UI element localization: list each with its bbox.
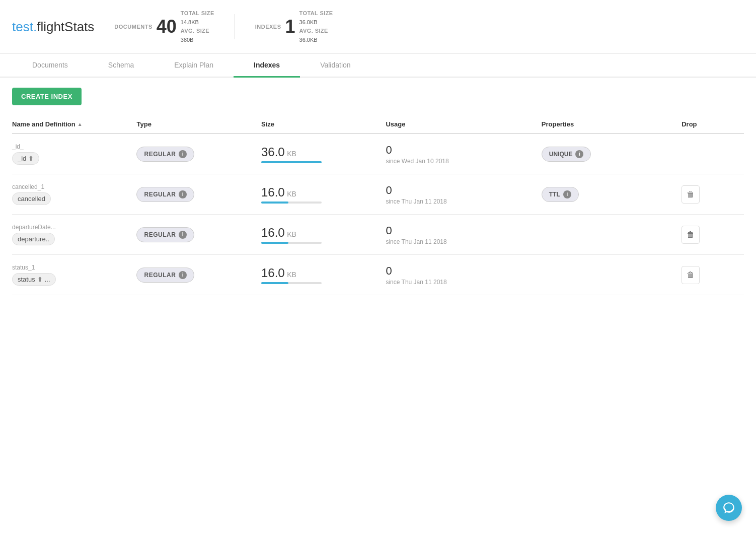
index-type-cell: REGULAR i: [136, 255, 261, 295]
usage-count: 0: [386, 144, 533, 157]
tab-bar: Documents Schema Explain Plan Indexes Va…: [0, 54, 756, 78]
size-progress-bar: [261, 242, 322, 244]
drop-index-button[interactable]: 🗑: [682, 266, 700, 284]
indexes-count: 1: [285, 16, 295, 37]
col-size: Size: [261, 115, 386, 133]
usage-count: 0: [386, 184, 533, 197]
index-usage-cell: 0 since Wed Jan 10 2018: [386, 133, 541, 174]
index-drop-cell: 🗑: [682, 174, 744, 215]
create-index-button[interactable]: CREATE INDEX: [12, 88, 82, 105]
index-name-label: status_1: [12, 264, 128, 271]
index-name-label: _id_: [12, 143, 128, 150]
table-row: status_1 status ⬆... REGULAR i 16.0 KB 0…: [12, 255, 744, 295]
documents-sub-stats: TOTAL SIZE 14.8KB AVG. SIZE 380B: [181, 9, 214, 44]
indexes-table: Name and Definition ▲ Type Size Usage Pr…: [12, 115, 744, 295]
col-name: Name and Definition ▲: [12, 115, 136, 133]
index-usage-cell: 0 since Thu Jan 11 2018: [386, 215, 541, 255]
index-size-cell: 16.0 KB: [261, 174, 386, 215]
col-properties: Properties: [542, 115, 682, 133]
index-size-cell: 16.0 KB: [261, 255, 386, 295]
index-name-label: departureDate...: [12, 224, 128, 231]
documents-stat: DOCUMENTS 40 TOTAL SIZE 14.8KB AVG. SIZE…: [114, 9, 214, 44]
index-name-badge: cancelled: [12, 192, 51, 205]
type-info-icon[interactable]: i: [179, 150, 187, 158]
header: test.flightStats DOCUMENTS 40 TOTAL SIZE…: [0, 0, 756, 54]
index-properties-cell: UNIQUE i: [542, 133, 682, 174]
index-size-cell: 36.0 KB: [261, 133, 386, 174]
index-name-cell: departureDate... departure..: [12, 215, 136, 255]
index-drop-cell: [682, 133, 744, 174]
index-properties-cell: [542, 255, 682, 295]
drop-index-button[interactable]: 🗑: [682, 185, 700, 204]
index-name-cell: status_1 status ⬆...: [12, 255, 136, 295]
size-value: 16.0 KB: [261, 226, 377, 240]
tab-indexes[interactable]: Indexes: [234, 54, 300, 78]
documents-label: DOCUMENTS: [114, 24, 152, 30]
type-badge: REGULAR i: [136, 147, 194, 162]
main-content: CREATE INDEX Name and Definition ▲ Type …: [0, 78, 756, 305]
type-badge: REGULAR i: [136, 268, 194, 283]
usage-since: since Wed Jan 10 2018: [386, 158, 533, 165]
property-badge: TTL i: [542, 187, 579, 202]
logo-name: flightStats: [37, 19, 94, 34]
drop-index-button[interactable]: 🗑: [682, 226, 700, 244]
index-name-label: cancelled_1: [12, 183, 128, 190]
index-properties-cell: TTL i: [542, 174, 682, 215]
size-value: 16.0 KB: [261, 185, 377, 199]
index-type-cell: REGULAR i: [136, 215, 261, 255]
col-drop: Drop: [682, 115, 744, 133]
index-type-cell: REGULAR i: [136, 174, 261, 215]
type-info-icon[interactable]: i: [179, 231, 187, 239]
index-name-cell: _id_ _id ⬆: [12, 133, 136, 174]
size-progress-bar: [261, 202, 322, 204]
table-row: _id_ _id ⬆ REGULAR i 36.0 KB 0 since Wed…: [12, 133, 744, 174]
size-progress-bar: [261, 282, 322, 284]
table-row: departureDate... departure.. REGULAR i 1…: [12, 215, 744, 255]
table-row: cancelled_1 cancelled REGULAR i 16.0 KB …: [12, 174, 744, 215]
indexes-stat: INDEXES 1 TOTAL SIZE 36.0KB AVG. SIZE 36…: [255, 9, 333, 44]
tab-documents[interactable]: Documents: [12, 54, 88, 78]
index-usage-cell: 0 since Thu Jan 11 2018: [386, 255, 541, 295]
size-progress-fill: [261, 202, 288, 204]
col-type: Type: [136, 115, 261, 133]
property-info-icon[interactable]: i: [563, 190, 571, 198]
index-name-badge: _id ⬆: [12, 152, 39, 165]
index-type-cell: REGULAR i: [136, 133, 261, 174]
size-progress-fill: [261, 242, 288, 244]
sort-arrow-icon: ▲: [78, 121, 83, 127]
index-properties-cell: [542, 215, 682, 255]
index-name-badge: status ⬆...: [12, 273, 56, 286]
app-logo: test.flightStats: [12, 19, 94, 35]
size-progress-fill: [261, 282, 288, 284]
tab-validation[interactable]: Validation: [300, 54, 370, 78]
type-badge: REGULAR i: [136, 227, 194, 242]
type-info-icon[interactable]: i: [179, 271, 187, 279]
property-info-icon[interactable]: i: [575, 150, 583, 158]
size-value: 36.0 KB: [261, 145, 377, 159]
usage-since: since Thu Jan 11 2018: [386, 238, 533, 245]
index-drop-cell: 🗑: [682, 255, 744, 295]
header-divider: [235, 14, 235, 39]
usage-since: since Thu Jan 11 2018: [386, 279, 533, 286]
index-name-cell: cancelled_1 cancelled: [12, 174, 136, 215]
index-drop-cell: 🗑: [682, 215, 744, 255]
documents-count: 40: [157, 16, 177, 37]
usage-count: 0: [386, 224, 533, 237]
indexes-label: INDEXES: [255, 24, 281, 30]
type-info-icon[interactable]: i: [179, 190, 187, 198]
property-badge: UNIQUE i: [542, 147, 591, 162]
logo-test: test: [12, 19, 33, 34]
index-name-badge: departure..: [12, 233, 55, 245]
type-badge: REGULAR i: [136, 187, 194, 202]
usage-since: since Thu Jan 11 2018: [386, 198, 533, 205]
indexes-sub-stats: TOTAL SIZE 36.0KB AVG. SIZE 36.0KB: [299, 9, 333, 44]
size-progress-fill: [261, 161, 322, 163]
usage-count: 0: [386, 264, 533, 278]
index-size-cell: 16.0 KB: [261, 215, 386, 255]
size-progress-bar: [261, 161, 322, 163]
tab-schema[interactable]: Schema: [88, 54, 154, 78]
tab-explain-plan[interactable]: Explain Plan: [154, 54, 234, 78]
size-value: 16.0 KB: [261, 266, 377, 280]
col-usage: Usage: [386, 115, 541, 133]
index-usage-cell: 0 since Thu Jan 11 2018: [386, 174, 541, 215]
